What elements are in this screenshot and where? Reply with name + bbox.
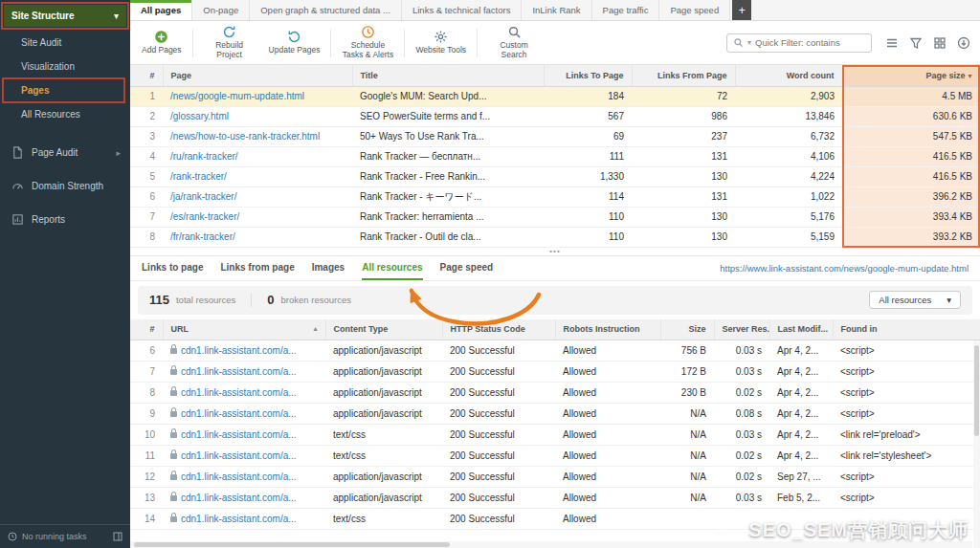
resources-table-row[interactable]: 14 cdn1.link-assistant.com/a... text/css… (130, 509, 980, 530)
resources-table-row[interactable]: 7 cdn1.link-assistant.com/a... applicati… (130, 362, 980, 383)
column-header-num[interactable]: # (130, 65, 163, 86)
cell-resource-url[interactable]: cdn1.link-assistant.com/a... (163, 404, 325, 425)
column-header-links-from[interactable]: Links From Page (632, 65, 735, 86)
tab-links-technical[interactable]: Links & technical factors (402, 0, 522, 20)
sidebar-item-all-resources[interactable]: All Resources (0, 102, 130, 126)
schedule-tasks-button[interactable]: Schedule Tasks & Alerts (336, 23, 399, 62)
stats-divider (251, 294, 252, 307)
rebuild-project-button[interactable]: Rebuild Project (198, 23, 261, 62)
resources-table-row[interactable]: 13 cdn1.link-assistant.com/a... applicat… (130, 488, 980, 509)
cell-resource-url[interactable]: cdn1.link-assistant.com/a... (163, 467, 325, 488)
cell-row-number: 7 (130, 362, 163, 383)
add-pages-button[interactable]: Add Pages (136, 28, 188, 57)
scrollbar-thumb[interactable] (134, 542, 450, 547)
cell-page-url[interactable]: /es/rank-tracker/ (163, 207, 352, 227)
scrollbar-thumb[interactable] (974, 345, 979, 436)
cell-resource-url[interactable]: cdn1.link-assistant.com/a... (163, 425, 325, 446)
column-header-http-status[interactable]: HTTP Status Code (442, 319, 555, 340)
pages-table-row[interactable]: 2 /glossary.html SEO PowerSuite terms an… (130, 106, 980, 126)
sidebar-item-reports[interactable]: Reports (0, 203, 130, 236)
column-header-page-size[interactable]: Page size▾ (842, 65, 980, 86)
pane-splitter[interactable]: ••• (130, 248, 980, 256)
clock-icon (8, 532, 17, 541)
tab-on-page[interactable]: On-page (192, 0, 250, 20)
cell-resource-url[interactable]: cdn1.link-assistant.com/a... (163, 383, 325, 404)
column-header-page[interactable]: Page (163, 65, 352, 86)
resources-table-row[interactable]: 9 cdn1.link-assistant.com/a... applicati… (130, 404, 980, 425)
add-workspace-tab-button[interactable]: + (732, 0, 751, 20)
sidebar-item-domain-strength[interactable]: Domain Strength (0, 169, 130, 203)
pages-table-row[interactable]: 7 /es/rank-tracker/ Rank Tracker: herram… (130, 207, 980, 227)
column-header-robots[interactable]: Robots Instruction (555, 319, 660, 340)
cell-page-url[interactable]: /rank-tracker/ (163, 166, 352, 186)
chevron-down-icon[interactable]: ▾ (747, 38, 751, 47)
column-header-num[interactable]: # (130, 319, 163, 340)
quick-filter-input[interactable] (755, 37, 865, 48)
workspace-grid-icon[interactable] (933, 36, 947, 50)
cell-page-url[interactable]: /ru/rank-tracker/ (163, 146, 352, 166)
tab-inlink-rank[interactable]: InLink Rank (522, 0, 591, 20)
website-tools-button[interactable]: Website Tools (410, 28, 472, 57)
cell-resource-url[interactable]: cdn1.link-assistant.com/a... (163, 509, 325, 530)
tab-links-from-page[interactable]: Links from page (220, 256, 294, 280)
sidebar-item-visualization[interactable]: Visualization (0, 55, 130, 78)
resources-filter-dropdown[interactable]: All resources ▾ (869, 291, 961, 309)
tab-page-traffic[interactable]: Page traffic (592, 0, 660, 20)
cell-page-url[interactable]: /news/google-mum-update.html (163, 86, 352, 106)
tab-all-pages[interactable]: All pages (130, 0, 192, 20)
column-header-found-in[interactable]: Found in (833, 319, 980, 340)
cell-page-url[interactable]: /fr/rank-tracker/ (163, 227, 352, 247)
tab-open-graph[interactable]: Open graph & structured data ... (250, 0, 402, 20)
sidebar-item-page-audit[interactable]: Page Audit ▸ (0, 136, 130, 169)
cell-resource-url[interactable]: cdn1.link-assistant.com/a... (163, 488, 325, 509)
cell-page-url[interactable]: /glossary.html (163, 106, 352, 126)
column-header-title[interactable]: Title (352, 65, 544, 86)
resources-table-row[interactable]: 6 cdn1.link-assistant.com/a... applicati… (130, 340, 980, 362)
filter-icon[interactable] (909, 36, 923, 50)
cell-resource-url[interactable]: cdn1.link-assistant.com/a... (163, 446, 325, 467)
expand-panel-icon[interactable] (113, 532, 122, 541)
export-icon[interactable] (957, 36, 970, 50)
pages-table-row[interactable]: 5 /rank-tracker/ Rank Tracker - Free Ran… (130, 166, 980, 186)
column-header-size[interactable]: Size (660, 319, 714, 340)
pages-table-row[interactable]: 3 /news/how-to-use-rank-tracker.html 50+… (130, 126, 980, 146)
cell-page-url[interactable]: /news/how-to-use-rank-tracker.html (163, 126, 352, 146)
column-header-content-type[interactable]: Content Type (325, 319, 442, 340)
sidebar-item-site-audit[interactable]: Site Audit (0, 31, 130, 55)
cell-resource-url[interactable]: cdn1.link-assistant.com/a... (163, 340, 325, 362)
resources-table-row[interactable]: 12 cdn1.link-assistant.com/a... applicat… (130, 467, 980, 488)
resources-table-row[interactable]: 10 cdn1.link-assistant.com/a... text/css… (130, 425, 980, 446)
cell-content-type: text/css (325, 509, 442, 530)
update-pages-button[interactable]: Update Pages (263, 28, 326, 57)
tab-images[interactable]: Images (312, 256, 345, 280)
cell-size: N/A (660, 425, 714, 446)
pages-table-row[interactable]: 1 /news/google-mum-update.html Google's … (130, 86, 980, 106)
cell-found-in (833, 509, 980, 530)
pages-table-row[interactable]: 8 /fr/rank-tracker/ Rank Tracker - Outil… (130, 227, 980, 247)
sort-asc-icon: ▴ (313, 324, 317, 333)
tab-all-resources[interactable]: All resources (362, 256, 422, 280)
selected-page-url-link[interactable]: https://www.link-assistant.com/news/goog… (720, 263, 969, 274)
tab-page-speed-detail[interactable]: Page speed (440, 256, 494, 280)
tab-links-to-page[interactable]: Links to page (142, 256, 203, 280)
tab-page-speed[interactable]: Page speed (659, 0, 730, 20)
cell-page-url[interactable]: /ja/rank-tracker/ (163, 186, 352, 207)
cell-resource-url[interactable]: cdn1.link-assistant.com/a... (163, 362, 325, 383)
sidebar-item-site-structure[interactable]: Site Structure ▾ (4, 5, 126, 27)
column-header-last-modified[interactable]: Last Modif... (769, 319, 833, 340)
resources-table-row[interactable]: 8 cdn1.link-assistant.com/a... applicati… (130, 383, 980, 404)
cell-last-modified: Apr 4, 2... (769, 340, 833, 362)
sidebar-item-pages[interactable]: Pages (0, 78, 130, 102)
pages-table-row[interactable]: 4 /ru/rank-tracker/ Rank Tracker — беспл… (130, 146, 980, 166)
horizontal-scrollbar[interactable] (130, 541, 972, 548)
pages-table-row[interactable]: 6 /ja/rank-tracker/ Rank Tracker - キーワード… (130, 186, 980, 207)
column-header-word-count[interactable]: Word count (735, 65, 842, 86)
resources-table-row[interactable]: 11 cdn1.link-assistant.com/a... text/css… (130, 446, 980, 467)
column-header-links-to[interactable]: Links To Page (544, 65, 632, 86)
view-options-icon[interactable] (885, 36, 899, 50)
quick-filter-box[interactable]: ▾ (726, 33, 872, 53)
column-header-url[interactable]: ▴URL (163, 319, 325, 340)
column-header-server-response[interactable]: Server Res... (714, 319, 769, 340)
vertical-scrollbar[interactable] (973, 340, 980, 548)
custom-search-button[interactable]: Custom Search (482, 23, 546, 62)
